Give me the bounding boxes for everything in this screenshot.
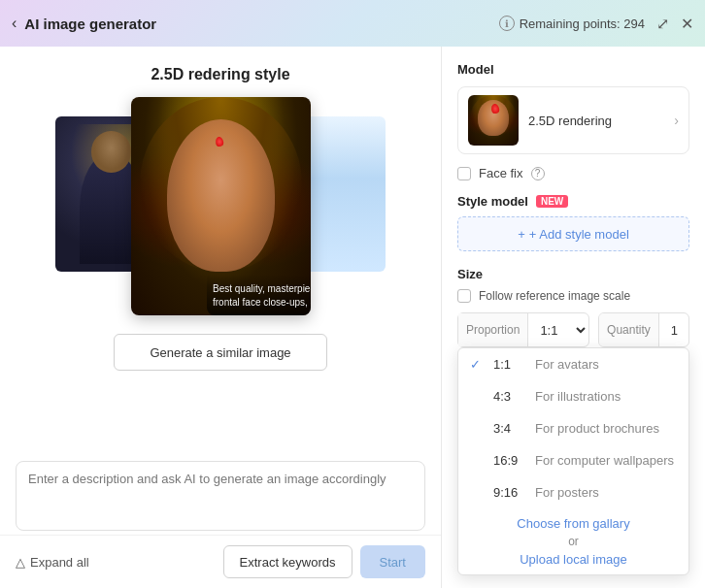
model-thumbnail <box>468 95 519 146</box>
dropdown-item-9-16[interactable]: 9:16 For posters <box>458 476 688 508</box>
expand-all-button[interactable]: △ Expand all <box>16 555 89 570</box>
ratio-desc-4-3: For illustrations <box>535 389 621 404</box>
dropdown-item-4-3[interactable]: 4:3 For illustrations <box>458 380 688 412</box>
quantity-group: Quantity 1 2 3 4 <box>598 312 689 347</box>
ratio-1-1: 1:1 <box>493 357 527 372</box>
top-bar-left: ‹ AI image generator <box>12 15 156 32</box>
style-model-label: Style model <box>457 194 528 209</box>
left-panel: 2.5D redering style <box>0 47 442 588</box>
expand-all-label: Expand all <box>30 555 89 570</box>
model-name: 2.5D rendering <box>528 114 674 128</box>
start-button[interactable]: Start <box>360 545 425 578</box>
chevron-right-icon: › <box>674 113 679 128</box>
quantity-select[interactable]: 1 2 3 4 <box>659 313 689 346</box>
proportion-dropdown: ✓ 1:1 For avatars 4:3 For illustrations … <box>457 347 689 575</box>
plus-icon: + <box>518 227 525 242</box>
style-model-row: Style model NEW <box>457 194 689 209</box>
ratio-desc-3-4: For product brochures <box>535 421 659 436</box>
image-section: 2.5D redering style <box>0 47 441 461</box>
add-style-button[interactable]: + + Add style model <box>457 216 689 251</box>
prompt-area <box>16 461 425 535</box>
app-title: AI image generator <box>24 16 156 32</box>
remaining-points: ℹ Remaining points: 294 <box>499 16 645 31</box>
dropdown-item-3-4[interactable]: 3:4 For product brochures <box>458 412 688 444</box>
top-bar-right: ℹ Remaining points: 294 ⤢ ✕ <box>499 15 693 33</box>
choose-from-gallery-link[interactable]: Choose from gallary <box>458 508 688 533</box>
or-text: or <box>458 533 688 550</box>
dropdown-item-16-9[interactable]: 16:9 For computer wallpapers <box>458 444 688 476</box>
right-panel: Model 2.5D rendering › Face fix ? Style … <box>442 47 705 588</box>
expand-icon[interactable]: ⤢ <box>656 15 669 33</box>
follow-ref-label: Follow reference image scale <box>479 289 630 303</box>
image-collage: Best quality, masterpieces, details, fro… <box>55 97 386 320</box>
top-bar: ‹ AI image generator ℹ Remaining points:… <box>0 0 705 47</box>
ratio-4-3: 4:3 <box>493 389 527 404</box>
bottom-toolbar: △ Expand all Extract keywords Start <box>0 535 441 588</box>
extract-keywords-button[interactable]: Extract keywords <box>223 545 352 578</box>
points-icon: ℹ <box>499 16 515 31</box>
follow-ref-checkbox[interactable] <box>457 289 471 303</box>
ratio-3-4: 3:4 <box>493 421 527 436</box>
ratio-16-9: 16:9 <box>493 453 527 468</box>
add-style-label: + Add style model <box>529 227 629 242</box>
section-title: 2.5D redering style <box>151 66 289 83</box>
face-fix-checkbox[interactable] <box>457 167 471 180</box>
size-label: Size <box>457 267 689 281</box>
ratio-desc-1-1: For avatars <box>535 357 599 372</box>
generate-similar-button[interactable]: Generate a similar image <box>114 334 327 371</box>
prompt-input[interactable] <box>16 461 425 531</box>
proportion-quantity-row: Proportion 1:1 4:3 3:4 16:9 9:16 Quantit… <box>457 312 689 347</box>
proportion-select[interactable]: 1:1 4:3 3:4 16:9 9:16 <box>528 313 588 346</box>
close-icon[interactable]: ✕ <box>681 15 693 33</box>
main-image: Best quality, masterpieces, details, fro… <box>131 97 311 315</box>
dropdown-item-1-1[interactable]: ✓ 1:1 For avatars <box>458 348 688 380</box>
face-fix-label: Face fix <box>479 166 523 180</box>
expand-all-icon: △ <box>16 555 25 570</box>
ratio-desc-16-9: For computer wallpapers <box>535 453 674 468</box>
image-caption: Best quality, masterpieces, details, fro… <box>207 275 311 315</box>
back-icon[interactable]: ‹ <box>12 15 17 32</box>
check-icon: ✓ <box>470 357 486 372</box>
proportion-group: Proportion 1:1 4:3 3:4 16:9 9:16 <box>457 312 589 347</box>
main-area: 2.5D redering style <box>0 47 705 588</box>
proportion-label: Proportion <box>458 313 528 346</box>
remaining-label: Remaining points: 294 <box>520 16 645 31</box>
help-icon[interactable]: ? <box>531 167 545 180</box>
new-badge: NEW <box>536 195 568 208</box>
upload-local-link[interactable]: Upload local image <box>458 550 688 574</box>
model-label: Model <box>457 62 689 77</box>
model-card[interactable]: 2.5D rendering › <box>457 86 689 154</box>
toolbar-right: Extract keywords Start <box>223 545 425 578</box>
quantity-label: Quantity <box>599 313 659 346</box>
caption-text: Best quality, masterpieces, details, fro… <box>213 282 311 310</box>
follow-ref-row: Follow reference image scale <box>457 289 689 303</box>
face-fix-row: Face fix ? <box>457 166 689 180</box>
ratio-9-16: 9:16 <box>493 485 527 500</box>
ratio-desc-9-16: For posters <box>535 485 599 500</box>
